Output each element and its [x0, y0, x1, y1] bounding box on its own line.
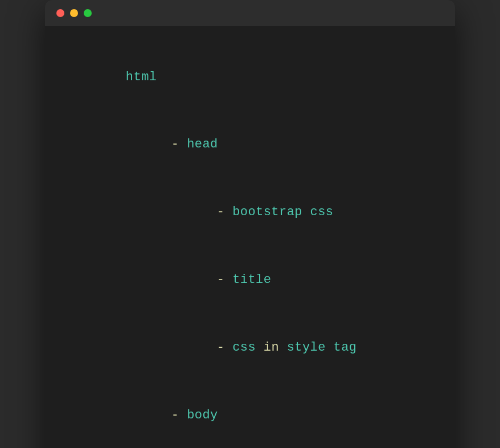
html-label: html: [126, 70, 157, 84]
css-style-rest: style tag: [279, 340, 356, 355]
minimize-button[interactable]: [70, 9, 78, 17]
bootstrap-label: bootstrap css: [232, 205, 333, 219]
head-label: head: [187, 137, 218, 151]
bootstrap-dash: -: [217, 205, 232, 219]
body-dash: -: [171, 408, 187, 422]
code-line-body: - body: [79, 381, 432, 448]
css-style-text: css: [232, 340, 264, 355]
close-button[interactable]: [56, 9, 64, 17]
code-line-head: - head: [79, 111, 432, 179]
code-line-bootstrap: - bootstrap css: [79, 179, 432, 246]
code-line-css-style: - css in style tag: [79, 314, 432, 381]
title-label: title: [232, 273, 271, 287]
maximize-button[interactable]: [84, 9, 92, 17]
title-bar: [45, 0, 455, 26]
body-label: body: [187, 408, 218, 422]
css-style-dash: -: [217, 340, 232, 355]
head-dash: -: [171, 137, 187, 151]
title-dash: -: [217, 273, 232, 287]
css-in-keyword: in: [264, 340, 279, 355]
code-line-title: - title: [79, 246, 432, 314]
terminal-window: html - head - bootstrap css - title - cs…: [45, 0, 455, 448]
code-line-html: html: [79, 43, 432, 111]
code-area: html - head - bootstrap css - title - cs…: [45, 26, 455, 448]
